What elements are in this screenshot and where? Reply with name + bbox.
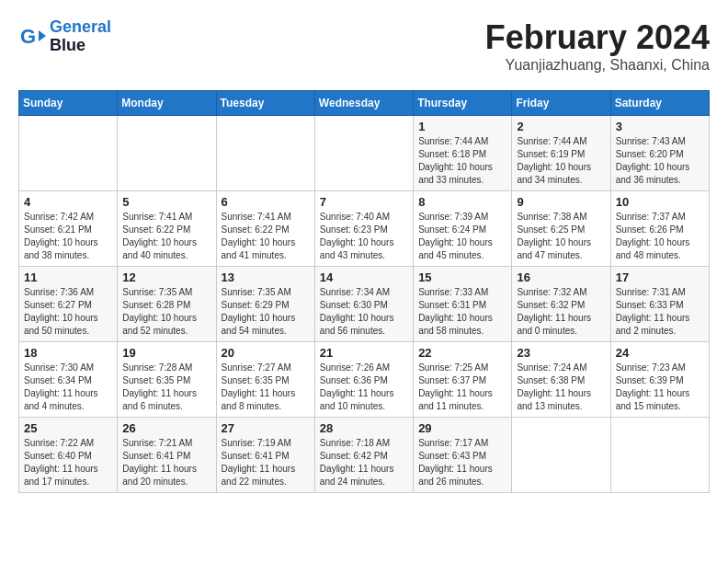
day-number: 18 [24,346,113,360]
day-info: Sunrise: 7:42 AM Sunset: 6:21 PM Dayligh… [24,211,113,262]
logo-icon: G [18,23,46,51]
day-info: Sunrise: 7:21 AM Sunset: 6:41 PM Dayligh… [122,437,211,488]
day-info: Sunrise: 7:26 AM Sunset: 6:36 PM Dayligh… [320,362,409,413]
calendar-week-5: 25Sunrise: 7:22 AM Sunset: 6:40 PM Dayli… [19,418,710,493]
day-info: Sunrise: 7:38 AM Sunset: 6:25 PM Dayligh… [517,211,606,262]
calendar-cell: 12Sunrise: 7:35 AM Sunset: 6:28 PM Dayli… [118,267,216,342]
day-number: 10 [616,195,705,209]
calendar-cell [216,116,314,191]
day-info: Sunrise: 7:44 AM Sunset: 6:18 PM Dayligh… [418,135,507,187]
day-number: 17 [616,270,705,284]
weekday-header-tuesday: Tuesday [216,91,314,116]
weekday-header-thursday: Thursday [414,91,512,116]
calendar-cell [314,116,413,191]
day-number: 21 [320,346,409,360]
day-info: Sunrise: 7:40 AM Sunset: 6:23 PM Dayligh… [320,211,409,262]
calendar-cell: 27Sunrise: 7:19 AM Sunset: 6:41 PM Dayli… [216,418,314,493]
calendar-cell: 4Sunrise: 7:42 AM Sunset: 6:21 PM Daylig… [19,191,118,267]
day-number: 3 [616,120,705,133]
calendar-cell [610,418,709,493]
day-info: Sunrise: 7:23 AM Sunset: 6:39 PM Dayligh… [616,362,705,413]
day-info: Sunrise: 7:33 AM Sunset: 6:31 PM Dayligh… [418,286,507,338]
logo: G General Blue [18,18,111,55]
day-number: 14 [320,270,409,284]
calendar-week-4: 18Sunrise: 7:30 AM Sunset: 6:34 PM Dayli… [19,342,710,418]
weekday-header-sunday: Sunday [19,91,118,116]
calendar-cell: 28Sunrise: 7:18 AM Sunset: 6:42 PM Dayli… [314,418,413,493]
day-info: Sunrise: 7:22 AM Sunset: 6:40 PM Dayligh… [24,437,113,488]
day-info: Sunrise: 7:30 AM Sunset: 6:34 PM Dayligh… [24,362,113,413]
calendar-cell: 6Sunrise: 7:41 AM Sunset: 6:22 PM Daylig… [216,191,314,267]
day-info: Sunrise: 7:35 AM Sunset: 6:28 PM Dayligh… [122,286,211,338]
calendar-cell: 23Sunrise: 7:24 AM Sunset: 6:38 PM Dayli… [512,342,610,418]
logo-text: General Blue [50,18,111,55]
calendar-cell: 8Sunrise: 7:39 AM Sunset: 6:24 PM Daylig… [414,191,512,267]
day-number: 27 [222,421,311,435]
calendar-cell: 2Sunrise: 7:44 AM Sunset: 6:19 PM Daylig… [512,116,610,191]
calendar-cell: 14Sunrise: 7:34 AM Sunset: 6:30 PM Dayli… [314,267,413,342]
day-number: 16 [517,270,606,284]
calendar-table: SundayMondayTuesdayWednesdayThursdayFrid… [18,90,710,493]
calendar-week-2: 4Sunrise: 7:42 AM Sunset: 6:21 PM Daylig… [19,191,710,267]
day-info: Sunrise: 7:32 AM Sunset: 6:32 PM Dayligh… [517,286,606,338]
day-number: 5 [122,195,211,209]
weekday-header-wednesday: Wednesday [314,91,413,116]
weekday-header-saturday: Saturday [610,91,709,116]
calendar-cell: 11Sunrise: 7:36 AM Sunset: 6:27 PM Dayli… [19,267,118,342]
page-header: G General Blue February 2024 Yuanjiazhua… [18,18,710,81]
day-number: 6 [222,195,311,209]
calendar-cell [118,116,216,191]
calendar-cell: 9Sunrise: 7:38 AM Sunset: 6:25 PM Daylig… [512,191,610,267]
day-info: Sunrise: 7:24 AM Sunset: 6:38 PM Dayligh… [517,362,606,413]
day-info: Sunrise: 7:41 AM Sunset: 6:22 PM Dayligh… [122,211,211,262]
calendar-cell [512,418,610,493]
day-number: 19 [122,346,211,360]
svg-text:G: G [20,25,36,48]
day-number: 4 [24,195,113,209]
day-number: 26 [122,421,211,435]
day-number: 28 [320,421,409,435]
calendar-cell: 7Sunrise: 7:40 AM Sunset: 6:23 PM Daylig… [314,191,413,267]
calendar-cell: 22Sunrise: 7:25 AM Sunset: 6:37 PM Dayli… [414,342,512,418]
calendar-cell: 10Sunrise: 7:37 AM Sunset: 6:26 PM Dayli… [610,191,709,267]
day-info: Sunrise: 7:18 AM Sunset: 6:42 PM Dayligh… [320,437,409,488]
month-year-title: February 2024 [485,18,710,57]
day-info: Sunrise: 7:28 AM Sunset: 6:35 PM Dayligh… [122,362,211,413]
day-info: Sunrise: 7:35 AM Sunset: 6:29 PM Dayligh… [222,286,311,338]
day-number: 25 [24,421,113,435]
calendar-cell: 20Sunrise: 7:27 AM Sunset: 6:35 PM Dayli… [216,342,314,418]
day-number: 24 [616,346,705,360]
day-number: 7 [320,195,409,209]
day-number: 9 [517,195,606,209]
svg-marker-1 [39,30,46,41]
day-info: Sunrise: 7:41 AM Sunset: 6:22 PM Dayligh… [222,211,311,262]
day-info: Sunrise: 7:19 AM Sunset: 6:41 PM Dayligh… [222,437,311,488]
day-info: Sunrise: 7:17 AM Sunset: 6:43 PM Dayligh… [418,437,507,488]
calendar-cell: 24Sunrise: 7:23 AM Sunset: 6:39 PM Dayli… [610,342,709,418]
day-info: Sunrise: 7:39 AM Sunset: 6:24 PM Dayligh… [418,211,507,262]
calendar-cell: 17Sunrise: 7:31 AM Sunset: 6:33 PM Dayli… [610,267,709,342]
day-number: 15 [418,270,507,284]
weekday-header-monday: Monday [118,91,216,116]
location-subtitle: Yuanjiazhuang, Shaanxi, China [485,57,710,74]
day-number: 20 [222,346,311,360]
calendar-week-3: 11Sunrise: 7:36 AM Sunset: 6:27 PM Dayli… [19,267,710,342]
weekday-header-friday: Friday [512,91,610,116]
calendar-cell: 21Sunrise: 7:26 AM Sunset: 6:36 PM Dayli… [314,342,413,418]
calendar-cell: 29Sunrise: 7:17 AM Sunset: 6:43 PM Dayli… [414,418,512,493]
calendar-cell: 15Sunrise: 7:33 AM Sunset: 6:31 PM Dayli… [414,267,512,342]
title-section: February 2024 Yuanjiazhuang, Shaanxi, Ch… [485,18,710,74]
calendar-cell [19,116,118,191]
day-info: Sunrise: 7:34 AM Sunset: 6:30 PM Dayligh… [320,286,409,338]
day-number: 22 [418,346,507,360]
day-info: Sunrise: 7:44 AM Sunset: 6:19 PM Dayligh… [517,135,606,187]
day-number: 2 [517,120,606,133]
day-info: Sunrise: 7:43 AM Sunset: 6:20 PM Dayligh… [616,135,705,187]
calendar-cell: 3Sunrise: 7:43 AM Sunset: 6:20 PM Daylig… [610,116,709,191]
day-info: Sunrise: 7:37 AM Sunset: 6:26 PM Dayligh… [616,211,705,262]
day-info: Sunrise: 7:31 AM Sunset: 6:33 PM Dayligh… [616,286,705,338]
day-info: Sunrise: 7:36 AM Sunset: 6:27 PM Dayligh… [24,286,113,338]
calendar-cell: 26Sunrise: 7:21 AM Sunset: 6:41 PM Dayli… [118,418,216,493]
calendar-cell: 25Sunrise: 7:22 AM Sunset: 6:40 PM Dayli… [19,418,118,493]
day-number: 8 [418,195,507,209]
